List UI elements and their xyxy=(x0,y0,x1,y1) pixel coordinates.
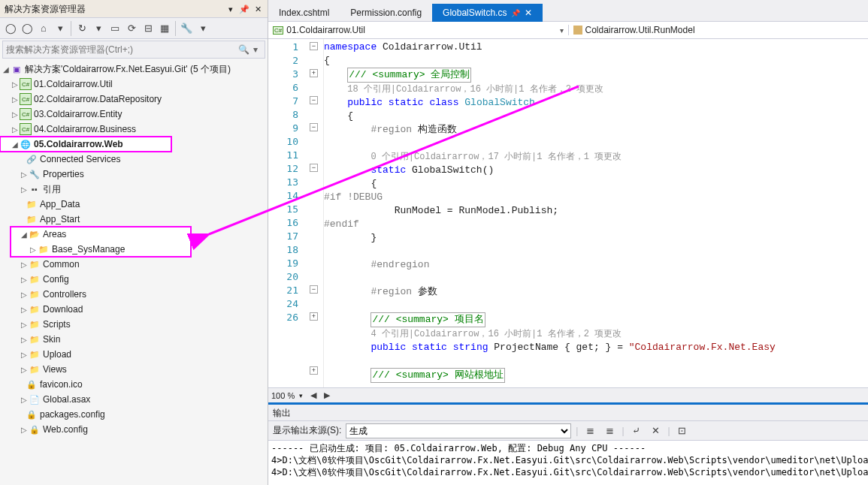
tab-permission[interactable]: Permission.config xyxy=(340,4,432,22)
close-icon[interactable]: ✕ xyxy=(253,4,263,14)
code-editor[interactable]: 12367891011121314151617181920212426 − + … xyxy=(268,39,868,387)
expand-icon[interactable]: ▷ xyxy=(11,95,20,104)
refresh-icon[interactable]: ⟳ xyxy=(124,21,139,36)
expand-icon[interactable]: ▷ xyxy=(20,261,29,269)
chevron-icon[interactable]: ▾ xyxy=(53,21,68,36)
search-input[interactable] xyxy=(6,44,237,55)
zoom-value[interactable]: 100 % xyxy=(271,391,295,400)
wrap-icon[interactable]: ⤶ xyxy=(629,423,644,438)
expand-icon[interactable]: ▷ xyxy=(11,110,20,119)
expand-icon[interactable]: ▷ xyxy=(20,170,29,179)
expand-icon[interactable]: ▷ xyxy=(20,366,29,374)
search-box[interactable]: 🔍 ▾ xyxy=(2,41,265,59)
project-item[interactable]: ▷C#04.Coldairarrow.Business xyxy=(0,122,268,137)
project-item[interactable]: ▷C#03.Coldairarrow.Entity xyxy=(0,107,268,122)
fwd-icon[interactable]: ◯ xyxy=(20,21,35,36)
expand-icon[interactable]: ▷ xyxy=(20,426,29,434)
fold-icon[interactable]: − xyxy=(310,96,318,104)
clear-icon[interactable]: ≣ xyxy=(582,423,597,438)
folder-item[interactable]: 📁App_Start xyxy=(0,212,268,227)
fold-icon[interactable]: + xyxy=(310,312,318,321)
expand-icon[interactable]: ▷ xyxy=(20,396,29,404)
dropdown-icon[interactable]: ▾ xyxy=(225,4,236,14)
folder-item[interactable]: 📁App_Data xyxy=(0,197,268,212)
connected-services[interactable]: 🔗Connected Services xyxy=(0,152,268,167)
expand-icon[interactable]: ▷ xyxy=(20,185,29,194)
search-icon[interactable]: 🔍 xyxy=(237,44,250,55)
output-text[interactable]: ------ 已启动生成: 项目: 05.Coldairarrow.Web, 配… xyxy=(268,441,868,485)
fold-icon[interactable]: − xyxy=(310,123,318,131)
expand-icon[interactable]: ▷ xyxy=(20,306,29,314)
file-item[interactable]: 🔒packages.config xyxy=(0,407,268,422)
expand-icon[interactable]: ▷ xyxy=(20,291,29,299)
expand-icon[interactable]: ▷ xyxy=(20,321,29,329)
areas-child[interactable]: ▷📁Base_SysManage xyxy=(11,242,191,257)
folder-item[interactable]: ▷📁Skin xyxy=(0,332,268,347)
file-item[interactable]: ▷📄Global.asax xyxy=(0,392,268,407)
folder-item[interactable]: ▷📁Controllers xyxy=(0,287,268,302)
chevron2-icon[interactable]: ▾ xyxy=(91,21,106,36)
toggle-icon[interactable]: ≣ xyxy=(602,423,617,438)
clear2-icon[interactable]: ✕ xyxy=(649,423,664,438)
project-item[interactable]: ▷C#02.Coldairarrow.DataRepository xyxy=(0,92,268,107)
folder-item[interactable]: ▷📁Upload xyxy=(0,347,268,362)
folder-item[interactable]: ▷📁Config xyxy=(0,272,268,287)
project-item[interactable]: ▷C#01.Coldairarrow.Util xyxy=(0,77,268,92)
fold-icon[interactable]: − xyxy=(310,164,318,172)
home-icon[interactable]: ⌂ xyxy=(36,21,51,36)
fold-icon[interactable]: − xyxy=(310,42,318,50)
folder-item[interactable]: ▷📁Scripts xyxy=(0,317,268,332)
expand-icon[interactable]: ▷ xyxy=(11,80,20,89)
nav-member[interactable]: Coldairarrow.Util.RunModel xyxy=(569,25,869,35)
showall-icon[interactable]: ▦ xyxy=(157,21,172,36)
expand-icon[interactable]: ▷ xyxy=(29,246,38,254)
fold-margin[interactable]: − + − − − − + + xyxy=(307,39,324,387)
expand-icon[interactable]: ▷ xyxy=(20,351,29,359)
back-icon[interactable]: ◯ xyxy=(3,21,18,36)
folder-icon: 📁 xyxy=(29,288,41,300)
properties-node[interactable]: ▷🔧Properties xyxy=(0,167,268,182)
file-item[interactable]: 🔒favicon.ico xyxy=(0,377,268,392)
doc-icon[interactable]: ▭ xyxy=(107,21,122,36)
web-project[interactable]: ◢🌐05.Coldairarrow.Web xyxy=(0,137,171,152)
areas-folder[interactable]: ◢📂Areas xyxy=(11,227,191,242)
chevron-down-icon[interactable]: ▾ xyxy=(560,26,564,35)
nav-project[interactable]: C# 01.Coldairarrow.Util ▾ xyxy=(268,25,569,35)
config-icon: 🔒 xyxy=(29,423,41,435)
pin-icon[interactable]: 📌 xyxy=(239,4,250,14)
output-source-select[interactable]: 生成 xyxy=(346,423,571,438)
search-dd-icon[interactable]: ▾ xyxy=(250,44,262,55)
folder-item[interactable]: ▷📁Views xyxy=(0,362,268,377)
sync-icon[interactable]: ↻ xyxy=(74,21,89,36)
folder-icon: 📁 xyxy=(29,363,41,375)
references-icon: ▪▪ xyxy=(29,183,41,195)
expand-icon[interactable]: ◢ xyxy=(20,230,29,239)
file-item[interactable]: ▷🔒Web.config xyxy=(0,422,268,437)
references-node[interactable]: ▷▪▪引用 xyxy=(0,182,268,197)
collapse-icon[interactable]: ⊟ xyxy=(141,21,156,36)
folder-item[interactable]: ▷📁Download xyxy=(0,302,268,317)
expand-icon[interactable]: ▷ xyxy=(11,125,20,134)
fold-icon[interactable]: + xyxy=(310,366,318,375)
pin-icon[interactable]: 📌 xyxy=(511,9,520,17)
expand-icon[interactable]: ▷ xyxy=(20,336,29,344)
tab-index[interactable]: Index.cshtml xyxy=(268,4,340,22)
solution-root[interactable]: ◢ ▣ 解决方案'Coldairarrow.Fx.Net.Easyui.Git'… xyxy=(0,62,268,77)
code-area[interactable]: namespace Coldairarrow.Util { /// <summa… xyxy=(324,39,868,387)
folder-item[interactable]: ▷📁Common xyxy=(0,257,268,272)
solution-tree[interactable]: ◢ ▣ 解决方案'Coldairarrow.Fx.Net.Easyui.Git'… xyxy=(0,60,268,485)
nav-left-icon[interactable]: ◀ xyxy=(310,390,316,400)
chevron3-icon[interactable]: ▾ xyxy=(195,21,210,36)
fold-icon[interactable]: − xyxy=(310,285,318,294)
find-icon[interactable]: ⊡ xyxy=(675,423,690,438)
expand-icon[interactable]: ▷ xyxy=(20,276,29,284)
folder-icon: 📁 xyxy=(29,333,41,345)
nav-right-icon[interactable]: ▶ xyxy=(324,390,330,400)
fold-icon[interactable]: + xyxy=(310,69,318,77)
close-icon[interactable]: ✕ xyxy=(525,8,532,18)
chevron-down-icon[interactable]: ▾ xyxy=(299,392,303,399)
wrench-icon[interactable]: 🔧 xyxy=(179,21,194,36)
expand-icon[interactable]: ◢ xyxy=(11,140,20,149)
tab-globalswitch[interactable]: GlobalSwitch.cs 📌 ✕ xyxy=(432,4,543,22)
expand-icon[interactable]: ◢ xyxy=(2,65,11,74)
